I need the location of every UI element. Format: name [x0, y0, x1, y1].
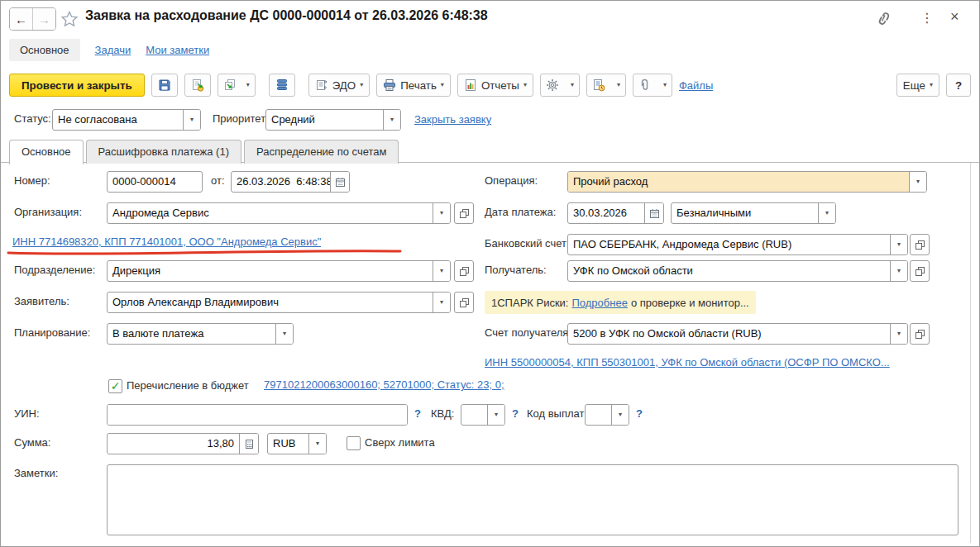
organization-open-button[interactable] [454, 202, 474, 224]
reports-button[interactable]: Отчеты▾ [457, 74, 533, 97]
applicant-label: Заявитель: [14, 291, 69, 312]
open-icon [915, 329, 925, 340]
bank-account-open-button[interactable] [910, 234, 930, 255]
department-dropdown-button[interactable]: ▾ [433, 261, 450, 281]
status-field[interactable]: Не согласована ▾ [52, 109, 201, 131]
currency-field[interactable]: RUB ▾ [267, 433, 327, 454]
print-button[interactable]: Печать▾ [376, 74, 451, 97]
chevron-down-icon: ▾ [190, 117, 194, 123]
chevron-down-icon: ▾ [916, 178, 920, 185]
chevron-down-icon: ▾ [316, 440, 319, 447]
payout-code-help-button[interactable]: ? [636, 403, 643, 425]
department-open-button[interactable] [454, 260, 474, 282]
organization-field[interactable]: Андромеда Сервис ▾ [107, 202, 451, 224]
payment-settings-button[interactable]: ▾ [540, 74, 580, 97]
operation-dropdown-button[interactable]: ▾ [909, 172, 926, 192]
department-field[interactable]: Дирекция ▾ [107, 260, 451, 282]
recipient-open-button[interactable] [910, 260, 930, 282]
recipient-field[interactable]: УФК по Омской области ▾ [567, 260, 908, 282]
recipient-account-field[interactable]: 5200 в УФК по Омской области (RUB) ▾ [567, 323, 908, 345]
payment-date-calendar-button[interactable] [644, 203, 663, 223]
edo-icon [315, 78, 328, 92]
payment-date-field[interactable]: 30.03.2026 [567, 202, 664, 224]
kvd-field[interactable]: ▾ [461, 404, 505, 426]
uin-field[interactable] [107, 404, 408, 426]
priority-dropdown-button[interactable]: ▾ [383, 110, 400, 130]
amount-calculator-button[interactable] [239, 434, 258, 454]
payout-code-field[interactable]: ▾ [585, 404, 629, 426]
close-request-link[interactable]: Закрыть заявку [414, 113, 491, 126]
nav-item-my-notes[interactable]: Мои заметки [146, 44, 209, 56]
bank-account-dropdown-button[interactable]: ▾ [890, 235, 907, 254]
notes-textarea[interactable] [107, 464, 958, 535]
window-menu-button[interactable]: ⋮ [920, 11, 934, 26]
over-limit-checkbox[interactable] [347, 436, 361, 450]
organization-dropdown-button[interactable]: ▾ [433, 203, 450, 223]
files-link[interactable]: Файлы [679, 79, 713, 92]
applicant-field[interactable]: Орлов Александр Владимирович ▾ [107, 292, 451, 313]
applicant-open-button[interactable] [454, 292, 474, 313]
nav-item-tasks[interactable]: Задачи [95, 44, 131, 56]
applicant-dropdown-button[interactable]: ▾ [433, 293, 450, 312]
attachments-button[interactable]: ▾ [633, 74, 672, 97]
amount-field[interactable]: 13,80 [107, 433, 259, 454]
create-based-on-button[interactable]: ▾ [218, 74, 256, 97]
post-and-close-button[interactable]: Провести и закрыть [9, 74, 145, 97]
forward-button[interactable]: → [32, 8, 55, 30]
payment-kind-field[interactable]: Безналичными ▾ [671, 202, 836, 224]
save-button[interactable] [151, 74, 178, 97]
budget-transfer-label: Перечисление в бюджет [127, 378, 249, 394]
recipient-dropdown-button[interactable]: ▾ [890, 261, 907, 281]
budget-transfer-checkbox[interactable]: ✓ [108, 379, 122, 393]
tab-accounts-distribution[interactable]: Распределение по счетам [244, 140, 399, 164]
operation-field[interactable]: Прочий расход ▾ [567, 171, 927, 193]
chevron-down-icon: ▾ [617, 82, 620, 88]
payout-code-value [586, 405, 611, 425]
copy-link-button[interactable] [874, 11, 892, 30]
nav-item-main[interactable]: Основное [9, 39, 80, 61]
tab-payment-breakdown[interactable]: Расшифровка платежа (1) [86, 140, 241, 164]
recipient-account-open-button[interactable] [910, 323, 930, 345]
kvd-label: КВД: [431, 403, 454, 425]
chevron-down-icon: ▾ [930, 82, 933, 88]
uin-input[interactable] [108, 405, 407, 425]
help-button[interactable]: ? [946, 74, 971, 97]
back-button[interactable]: ← [10, 8, 32, 30]
from-label: от: [211, 170, 225, 192]
organization-inn-link[interactable]: ИНН 7714698320, КПП 771401001, ООО "Андр… [12, 235, 321, 248]
register-icon [276, 78, 288, 92]
planning-dropdown-button[interactable]: ▾ [275, 324, 293, 344]
uin-help-button[interactable]: ? [414, 403, 421, 425]
show-register-records-button[interactable] [269, 74, 295, 97]
history-nav: ← → [9, 7, 56, 31]
status-dropdown-button[interactable]: ▾ [183, 110, 200, 130]
recipient-account-dropdown-button[interactable]: ▾ [890, 324, 907, 344]
favorite-star-button[interactable] [60, 10, 79, 31]
doc-date-calendar-button[interactable] [330, 172, 349, 192]
department-value: Дирекция [108, 261, 433, 281]
operation-value: Прочий расход [568, 172, 909, 192]
number-field[interactable]: 0000-000014 [107, 171, 203, 193]
doc-datetime-field[interactable]: 26.03.2026 6:48:38 [231, 171, 350, 193]
tab-main[interactable]: Основное [9, 140, 84, 164]
scheduled-payment-button[interactable]: ▾ [586, 74, 626, 97]
payout-code-dropdown-button[interactable]: ▾ [611, 405, 629, 425]
priority-field[interactable]: Средний ▾ [265, 109, 401, 131]
close-window-button[interactable]: × [950, 9, 959, 24]
currency-dropdown-button[interactable]: ▾ [308, 434, 326, 454]
planning-field[interactable]: В валюте платежа ▾ [107, 323, 294, 345]
bank-account-field[interactable]: ПАО СБЕРБАНК, Андромеда Сервис (RUB) ▾ [567, 234, 908, 255]
spark-details-link[interactable]: Подробнее [571, 297, 627, 309]
back-icon: ← [15, 12, 27, 26]
payment-kind-dropdown-button[interactable]: ▾ [818, 203, 835, 223]
kvd-help-button[interactable]: ? [512, 403, 519, 425]
recipient-inn-link[interactable]: ИНН 5500000054, КПП 550301001, УФК по Ом… [485, 356, 890, 369]
uin-label: УИН: [14, 403, 40, 425]
post-document-button[interactable] [184, 74, 211, 97]
edo-button[interactable]: ЭДО▾ [308, 74, 370, 97]
more-button[interactable]: Еще▾ [896, 74, 939, 97]
organization-value: Андромеда Сервис [108, 203, 433, 223]
kvd-dropdown-button[interactable]: ▾ [487, 405, 504, 425]
document-tabs: Основное Расшифровка платежа (1) Распред… [9, 139, 401, 164]
budget-transfer-link[interactable]: 7971021200063000160; 52701000; Статус: 2… [264, 378, 504, 391]
